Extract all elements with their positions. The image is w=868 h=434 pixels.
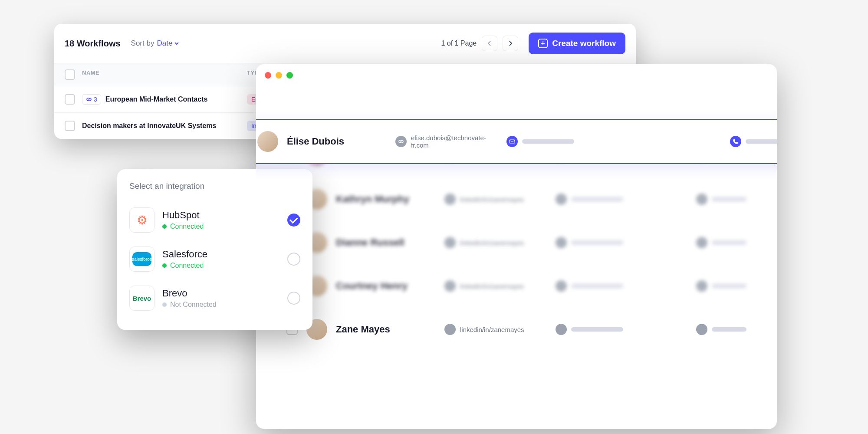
sort-label: Sort by [131, 39, 155, 48]
status-dot [162, 302, 167, 307]
contact-name: Élise Dubois [287, 136, 387, 147]
linkedin-text: linkedin/in/zanemayes [460, 283, 547, 290]
mail-field [556, 194, 623, 205]
mail-field [506, 136, 574, 147]
status-dot [162, 224, 167, 229]
link-icon [444, 194, 456, 205]
integration-info: Salesforce Connected [162, 249, 279, 270]
email-field: elise.dubois@technovate-fr.com [395, 134, 498, 149]
link-icon [444, 237, 456, 248]
contact-row-focused[interactable]: Élise Dubois elise.dubois@technovate-fr.… [256, 119, 777, 164]
contact-row[interactable]: Zane Mayes linkedin/in/zanemayes [278, 308, 755, 351]
contact-email: elise.dubois@technovate-fr.com [411, 134, 498, 149]
integration-name: Brevo [162, 288, 279, 299]
phone-icon [696, 237, 707, 248]
sort-value: Date [157, 39, 179, 48]
integration-name: Salesforce [162, 249, 279, 260]
placeholder [571, 284, 623, 288]
window-controls [256, 64, 777, 86]
phone-field [696, 324, 746, 335]
prev-page-button[interactable] [482, 36, 497, 51]
column-name: NAME [82, 69, 247, 80]
integration-logo: ⚙ [129, 207, 155, 233]
integration-info: HubSpot Connected [162, 210, 279, 230]
linkedin-text: linkedin/in/zanemayes [460, 239, 547, 247]
row-checkbox[interactable] [65, 94, 75, 105]
phone-field [696, 194, 746, 205]
phone-field [696, 237, 746, 248]
placeholder [712, 327, 746, 332]
close-dot[interactable] [265, 72, 271, 79]
placeholder [712, 197, 746, 201]
placeholder [571, 327, 623, 332]
contact-name: Zane Mayes [336, 324, 436, 335]
avatar [257, 131, 278, 152]
workflow-name: European Mid-Market Contacts [105, 95, 208, 103]
chevron-left-icon [487, 40, 493, 46]
chevron-down-icon [174, 41, 179, 46]
link-icon [444, 280, 456, 292]
mail-icon [556, 280, 567, 292]
placeholder [571, 240, 623, 245]
linkedin-text: linkedin/in/zanemayes [460, 196, 547, 203]
linkedin-field: linkedin/in/zanemayes [444, 324, 547, 335]
contact-name: Kathryn Murphy [336, 194, 436, 205]
integrations-title: Select an integration [129, 181, 300, 191]
mail-icon [506, 136, 518, 147]
linkedin-text: linkedin/in/zanemayes [460, 326, 547, 333]
integration-logo: salesforce [129, 247, 155, 272]
phone-icon [696, 324, 707, 335]
brevo-logo: Brevo [133, 295, 151, 302]
next-page-button[interactable] [503, 36, 518, 51]
status-text: Connected [170, 223, 204, 230]
mail-icon [556, 324, 567, 335]
phone-icon [696, 194, 707, 205]
page-info: 1 of 1 Page [441, 39, 477, 47]
create-button-label: Create workflow [552, 39, 616, 48]
integration-logo: Brevo [129, 286, 155, 311]
integration-info: Brevo Not Connected [162, 288, 279, 309]
plus-icon: + [538, 39, 548, 48]
link-icon [444, 324, 456, 335]
integration-item[interactable]: ⚙ HubSpot Connected [129, 201, 300, 240]
workflow-name: Decision makers at InnovateUK Systems [82, 122, 216, 130]
status-dot [162, 263, 167, 268]
status-text: Connected [170, 262, 204, 270]
integration-item[interactable]: Brevo Brevo Not Connected [129, 279, 300, 318]
contacts-window: Élise Dubois elise.dubois@technovate-fr.… [256, 64, 777, 429]
integration-status: Connected [162, 262, 279, 270]
phone-field [696, 280, 746, 292]
svg-rect-0 [510, 140, 515, 143]
integration-status: Not Connected [162, 301, 279, 309]
chevron-right-icon [507, 40, 513, 46]
hubspot-logo: ⚙ [137, 213, 148, 227]
placeholder [522, 139, 574, 144]
maximize-dot[interactable] [286, 72, 293, 79]
mail-icon [556, 237, 567, 248]
link-icon [86, 96, 92, 102]
integration-radio[interactable] [287, 214, 300, 227]
integration-name: HubSpot [162, 210, 279, 221]
workflows-title: 18 Workflows [65, 39, 121, 49]
sort-control[interactable]: Sort by Date [131, 39, 180, 48]
contact-name: Dianne Russell [336, 237, 436, 248]
integration-radio[interactable] [287, 253, 300, 266]
linkedin-field: linkedin/in/zanemayes [444, 237, 547, 248]
workflows-header: 18 Workflows Sort by Date 1 of 1 Page + … [54, 24, 636, 63]
mail-field [556, 237, 623, 248]
contact-name: Courtney Henry [336, 280, 436, 292]
contact-row[interactable]: Kathryn Murphy linkedin/in/zanemayes [278, 178, 755, 221]
contact-row[interactable]: Courtney Henry linkedin/in/zanemayes [278, 264, 755, 308]
row-checkbox[interactable] [65, 121, 75, 131]
mail-icon [556, 194, 567, 205]
placeholder [571, 197, 623, 201]
contact-row[interactable]: Dianne Russell linkedin/in/zanemayes [278, 221, 755, 264]
mail-field [556, 280, 623, 292]
status-text: Not Connected [170, 301, 217, 309]
link-icon [395, 136, 407, 147]
minimize-dot[interactable] [276, 72, 282, 79]
integration-item[interactable]: salesforce Salesforce Connected [129, 240, 300, 279]
select-all-checkbox[interactable] [65, 69, 75, 80]
integration-radio[interactable] [287, 292, 300, 305]
create-workflow-button[interactable]: + Create workflow [529, 33, 625, 54]
